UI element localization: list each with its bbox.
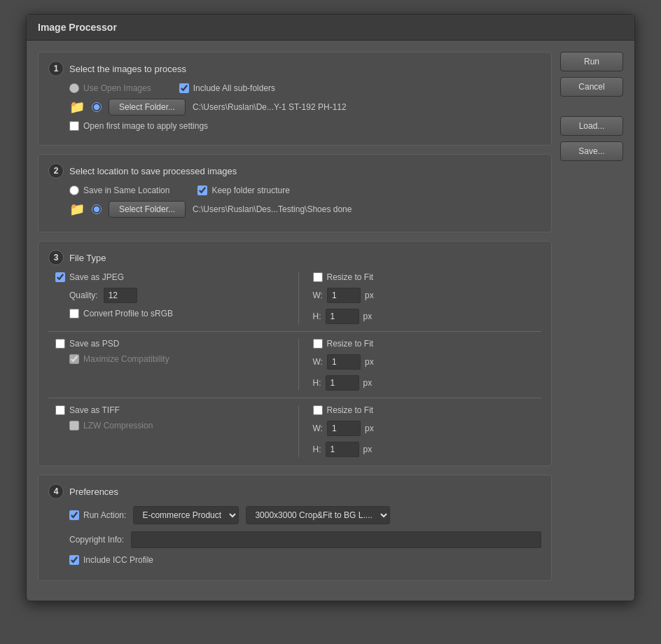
jpeg-w-px: px: [365, 290, 374, 300]
run-action-checkbox[interactable]: [69, 510, 79, 520]
save-psd-label[interactable]: Save as PSD: [55, 339, 119, 349]
save-same-location-label[interactable]: Save in Same Location: [69, 186, 169, 195]
jpeg-w-row: W: px: [313, 288, 542, 303]
dialog-title: Image Processor: [27, 15, 634, 41]
image-processor-dialog: Image Processor 1 Select the images to p…: [26, 14, 635, 601]
psd-w-input[interactable]: [327, 354, 361, 370]
section-2-title: Select location to save processed images: [69, 166, 237, 176]
quality-label: Quality:: [69, 290, 98, 300]
section-1: 1 Select the images to process Use Open …: [38, 52, 552, 146]
section-4: 4 Preferences Run Action: E-commerce Pro…: [38, 475, 552, 581]
save-tiff-label[interactable]: Save as TIFF: [55, 405, 120, 415]
action-name-select[interactable]: 3000x3000 Crop&Fit to BG L....: [246, 506, 390, 524]
open-first-image-checkbox[interactable]: [69, 121, 79, 131]
folder-path-2: C:\Users\Ruslan\Des...Testing\Shoes done: [193, 204, 352, 214]
resize-fit-psd-row: Resize to Fit: [313, 339, 542, 349]
maximize-compat-checkbox[interactable]: [69, 354, 79, 364]
jpeg-w-input[interactable]: [327, 288, 361, 303]
resize-fit-tiff-checkbox[interactable]: [313, 405, 323, 415]
save-psd-checkbox[interactable]: [55, 339, 65, 349]
lzw-compression-checkbox[interactable]: [69, 421, 79, 430]
jpeg-h-px: px: [363, 312, 373, 321]
include-icc-row: Include ICC Profile: [48, 555, 541, 565]
include-icc-label[interactable]: Include ICC Profile: [69, 555, 153, 565]
save-button[interactable]: Save...: [560, 141, 623, 161]
use-open-images-row: Use Open Images Include All sub-folders: [48, 83, 541, 93]
psd-section: Save as PSD Maximize Compatibility: [48, 339, 541, 391]
tiff-w-label: W:: [313, 424, 323, 433]
open-first-image-label[interactable]: Open first image to apply settings: [69, 121, 208, 131]
select-folder-row-2: 📁 Select Folder... C:\Users\Ruslan\Des..…: [48, 201, 541, 218]
save-jpeg-checkbox[interactable]: [55, 272, 65, 282]
include-subfolders-label[interactable]: Include All sub-folders: [179, 83, 275, 93]
psd-h-input[interactable]: [326, 375, 359, 391]
select-folder-row-1: 📁 Select Folder... C:\Users\Ruslan\De...…: [48, 99, 541, 115]
action-set-select[interactable]: E-commerce Product: [133, 506, 239, 524]
jpeg-h-row: H: px: [313, 309, 542, 324]
include-subfolders-checkbox[interactable]: [179, 83, 189, 93]
psd-w-row: W: px: [313, 354, 542, 370]
section-2-header: 2 Select location to save processed imag…: [48, 163, 541, 178]
load-button[interactable]: Load...: [560, 116, 623, 136]
tiff-w-row: W: px: [313, 421, 542, 436]
section-1-header: 1 Select the images to process: [48, 61, 541, 76]
tiff-h-row: H: px: [313, 442, 542, 457]
resize-fit-jpeg-checkbox[interactable]: [313, 272, 323, 282]
section-2-number: 2: [48, 163, 64, 178]
convert-profile-row: Convert Profile to sRGB: [55, 309, 284, 318]
psd-h-px: px: [363, 378, 373, 388]
quality-input[interactable]: [104, 288, 137, 303]
psd-w-px: px: [365, 357, 374, 367]
psd-left: Save as PSD Maximize Compatibility: [55, 339, 299, 391]
run-action-checkbox-label[interactable]: Run Action:: [69, 510, 126, 520]
save-jpeg-label[interactable]: Save as JPEG: [55, 272, 124, 282]
jpeg-left: Save as JPEG Quality: Convert Profile to…: [55, 272, 299, 324]
include-icc-checkbox[interactable]: [69, 555, 79, 565]
save-tiff-checkbox[interactable]: [55, 405, 65, 415]
maximize-compat-row: Maximize Compatibility: [55, 354, 284, 364]
psd-h-row: H: px: [313, 375, 542, 391]
section-1-title: Select the images to process: [69, 64, 186, 74]
convert-profile-checkbox[interactable]: [69, 309, 79, 318]
select-folder-radio-2[interactable]: [92, 204, 102, 214]
select-folder-btn-2[interactable]: Select Folder...: [109, 201, 186, 218]
resize-fit-jpeg-label[interactable]: Resize to Fit: [313, 272, 374, 282]
jpeg-h-label: H:: [313, 312, 321, 321]
jpeg-h-input[interactable]: [326, 309, 359, 324]
tiff-w-px: px: [365, 424, 374, 433]
resize-fit-tiff-row: Resize to Fit: [313, 405, 542, 415]
keep-folder-structure-checkbox[interactable]: [197, 186, 207, 195]
tiff-h-input[interactable]: [326, 442, 359, 457]
copyright-label: Copyright Info:: [69, 535, 124, 545]
section-3: 3 File Type Save as JPEG Quality:: [38, 241, 552, 466]
use-open-images-label[interactable]: Use Open Images: [69, 83, 151, 93]
lzw-compression-label[interactable]: LZW Compression: [69, 421, 284, 430]
resize-fit-psd-label[interactable]: Resize to Fit: [313, 339, 374, 349]
section-4-title: Preferences: [69, 486, 118, 497]
copyright-input[interactable]: [131, 531, 541, 548]
resize-fit-psd-checkbox[interactable]: [313, 339, 323, 349]
save-same-location-radio[interactable]: [69, 186, 79, 195]
select-folder-btn-1[interactable]: Select Folder...: [109, 99, 186, 115]
run-button[interactable]: Run: [560, 52, 623, 71]
convert-profile-label[interactable]: Convert Profile to sRGB: [69, 309, 284, 318]
resize-fit-tiff-label[interactable]: Resize to Fit: [313, 405, 374, 415]
section-3-header: 3 File Type: [48, 250, 541, 265]
quality-row: Quality:: [55, 288, 284, 303]
tiff-w-input[interactable]: [327, 421, 361, 436]
maximize-compat-label[interactable]: Maximize Compatibility: [69, 354, 284, 364]
main-content: 1 Select the images to process Use Open …: [38, 52, 552, 589]
tiff-h-px: px: [363, 444, 373, 454]
folder-icon-2: 📁: [69, 202, 85, 217]
cancel-button[interactable]: Cancel: [560, 77, 623, 97]
section-3-title: File Type: [69, 253, 106, 263]
tiff-h-label: H:: [313, 444, 321, 454]
save-psd-row: Save as PSD: [55, 339, 284, 349]
resize-fit-jpeg-row: Resize to Fit: [313, 272, 542, 282]
select-folder-radio-1[interactable]: [92, 102, 102, 112]
use-open-images-radio[interactable]: [69, 83, 79, 93]
jpeg-w-label: W:: [313, 290, 323, 300]
keep-folder-structure-label[interactable]: Keep folder structure: [197, 186, 289, 195]
save-tiff-row: Save as TIFF: [55, 405, 284, 415]
tiff-right: Resize to Fit W: px H: px: [299, 405, 542, 457]
